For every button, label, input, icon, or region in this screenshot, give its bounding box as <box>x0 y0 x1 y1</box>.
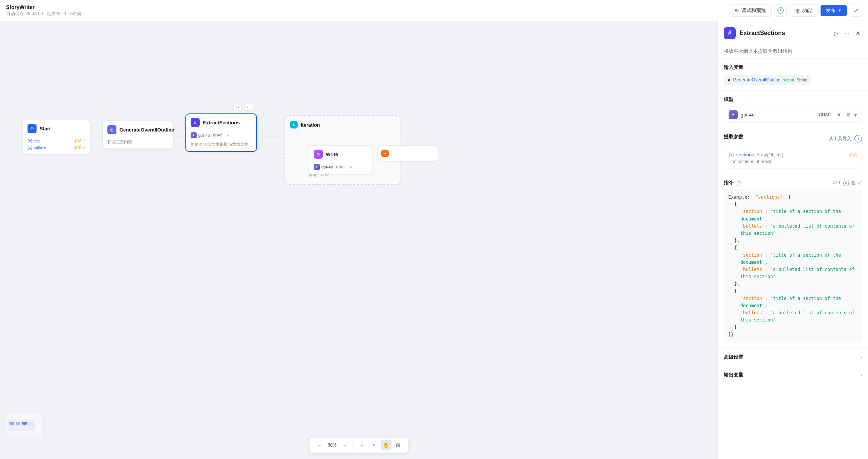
node-start[interactable]: ⊙ Start {x} title 必填 ≡ {x} outline 必填 ≡ <box>23 120 90 154</box>
publish-arrow-icon: ▼ <box>838 8 842 12</box>
panel-subtitle: 将故事大纲文本提取为数组结构 <box>718 44 868 59</box>
write-node-model: ✦ gpt-4o CHAT ● <box>314 164 367 170</box>
clock-button[interactable]: 🕐 <box>775 5 787 17</box>
output-label: 输出变量 <box>724 372 743 378</box>
bottom-toolbar: − 80% + + ↖ ✋ ⊞ <box>309 437 408 453</box>
instruction-var-btn[interactable]: {x} <box>843 180 849 186</box>
toolbar-divider-1 <box>353 441 354 449</box>
zoom-in-icon: + <box>343 442 346 448</box>
model-selector-icon: ✦ <box>729 110 738 119</box>
add-node-button[interactable]: + <box>357 440 367 450</box>
app-title: StoryWriter <box>6 4 81 10</box>
panel-header-left: # ExtractSections <box>724 27 833 39</box>
start-node-fields: {x} title 必填 ≡ {x} outline 必填 ≡ <box>28 138 86 150</box>
write-node-icon: ✎ <box>314 150 323 159</box>
char-count: 419 <box>833 180 840 185</box>
run-btn[interactable]: ▷ <box>233 104 241 111</box>
topbar-left: StoryWriter 自动保存 08:08:50 · 已发布 11 小时前 <box>6 4 81 17</box>
canvas: ⊙ Start {x} title 必填 ≡ {x} outline 必填 ≡ <box>0 21 717 459</box>
instruction-label: 指令 <box>724 179 734 186</box>
model-eye-icon[interactable]: 👁 <box>837 112 842 118</box>
iteration-bottom-labels: 图表 ⊙ W... <box>309 173 332 178</box>
add-icon: + <box>360 442 363 448</box>
preview-button[interactable]: ↻ 调试和预览 <box>729 5 772 17</box>
hand-tool-button[interactable]: ✋ <box>381 440 391 450</box>
panel-more-button[interactable]: ··· <box>843 28 851 38</box>
node-extract[interactable]: ▷ ··· # ExtractSections ✦ gpt-4o CHAT ● … <box>185 113 257 152</box>
model-label: 模型 <box>724 96 862 103</box>
instruction-actions: {x} ⧉ ⤢ <box>843 180 862 186</box>
cursor-icon: ↖ <box>372 442 376 448</box>
param-name: sectinos <box>736 152 754 158</box>
grid-tool-button[interactable]: ⊞ <box>393 440 403 450</box>
panel-extract-params-section: 提取参数 从工具导入 + {x} sectinos Array[Object] … <box>718 128 868 174</box>
start-node-title: Start <box>40 126 51 132</box>
model-chevron-icon: ▾ <box>854 111 857 118</box>
hand-icon: ✋ <box>383 442 389 448</box>
zoom-out-button[interactable]: − <box>314 440 324 450</box>
preview-label: 调试和预览 <box>741 7 766 14</box>
input-var-chip: ● GenerateOverallOutline output String <box>724 75 811 85</box>
param-desc: The sections of article <box>729 159 857 164</box>
param-required: 必填 <box>849 152 857 158</box>
start-field-title: {x} title 必填 ≡ <box>28 138 86 144</box>
write-node-title: Write <box>326 151 338 157</box>
expand-button[interactable]: ⤢ <box>850 5 862 17</box>
start-node-icon: ⊙ <box>28 124 37 133</box>
clock-icon: 🕐 <box>777 7 784 14</box>
extract-params-header: 提取参数 从工具导入 + <box>724 133 862 144</box>
expand-icon: ⤢ <box>854 7 859 14</box>
output-chevron-icon: › <box>860 372 862 378</box>
generate-node-desc: 获取完整内容 <box>107 139 132 144</box>
advanced-chevron-icon: › <box>860 355 862 360</box>
zoom-level: 80% <box>327 442 336 448</box>
extract-node-desc: 将故事大纲文本提取为数组结构 <box>191 142 249 147</box>
refresh-icon: ↻ <box>735 8 739 14</box>
cursor-tool-button[interactable]: ↖ <box>369 440 379 450</box>
right-panel: # ExtractSections ▷ ··· ✕ 将故事大纲文本提取为数组结构… <box>717 21 868 459</box>
instruction-copy-btn[interactable]: ⧉ <box>851 180 855 186</box>
panel-header: # ExtractSections ▷ ··· ✕ <box>718 21 868 44</box>
node-write[interactable]: ✎ Write ✦ gpt-4o CHAT ● <box>309 145 372 174</box>
publish-button[interactable]: 发布 ▼ <box>821 5 847 16</box>
var-type: String <box>796 78 807 82</box>
instruction-expand-btn[interactable]: ⤢ <box>857 180 862 186</box>
extract-node-icon: # <box>191 118 200 127</box>
panel-title: ExtractSections <box>740 30 785 37</box>
iteration-header: ↻ Iteration <box>290 121 320 129</box>
zoom-in-button[interactable]: + <box>340 440 350 450</box>
advanced-settings-section[interactable]: 高级设置 › <box>718 349 868 366</box>
functions-button[interactable]: ⊞ 功能 <box>790 5 818 17</box>
grid-icon: ⊞ <box>795 8 800 14</box>
panel-node-icon: # <box>724 27 736 39</box>
after-write-icon: A <box>381 150 389 157</box>
panel-model-section: 模型 ✦ gpt-4o CHAT 👁 ⚙ ▾ <box>718 91 868 128</box>
connections-svg <box>0 21 717 459</box>
extract-params-label: 提取参数 <box>724 133 743 140</box>
from-tool-import-btn[interactable]: 从工具导入 <box>829 136 851 142</box>
topbar: StoryWriter 自动保存 08:08:50 · 已发布 11 小时前 ↻… <box>0 0 868 21</box>
model-settings-icon[interactable]: ⚙ <box>846 112 851 118</box>
instruction-label-group: 指令 ? <box>724 179 742 186</box>
generate-node-title: GenerateOverallOutline <box>119 127 174 133</box>
output-vars-section[interactable]: 输出变量 › <box>718 366 868 384</box>
node-generate[interactable]: ◎ GenerateOverallOutline 获取完整内容 <box>102 121 173 149</box>
instruction-help-icon[interactable]: ? <box>736 180 742 186</box>
panel-close-button[interactable]: ✕ <box>854 28 862 38</box>
panel-play-button[interactable]: ▷ <box>833 28 840 38</box>
functions-label: 功能 <box>802 7 812 14</box>
extract-node-title: ExtractSections <box>203 120 240 125</box>
minimap <box>6 414 44 436</box>
panel-header-actions: ▷ ··· ✕ <box>833 28 862 38</box>
model-selector-name: gpt-4o <box>741 112 814 118</box>
param-row-sectinos: {x} sectinos Array[Object] 必填 The sectio… <box>724 148 862 168</box>
extract-node-model: ✦ gpt-4o CHAT ● <box>191 132 252 138</box>
var-chip-icon: ● <box>727 77 730 83</box>
start-field-outline: {x} outline 必填 ≡ <box>28 145 86 150</box>
model-chat-badge: CHAT <box>817 112 832 118</box>
add-param-btn[interactable]: + <box>854 135 862 142</box>
more-btn[interactable]: ··· <box>245 104 253 111</box>
param-var-icon: {x} <box>729 152 734 158</box>
model-selector[interactable]: ✦ gpt-4o CHAT 👁 ⚙ ▾ <box>724 107 862 122</box>
node-after-write[interactable]: A <box>378 145 438 161</box>
